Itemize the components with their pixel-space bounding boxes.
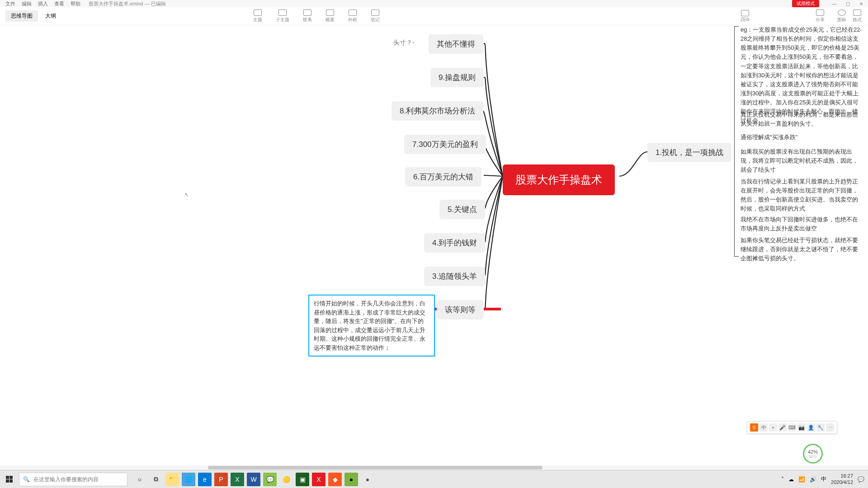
app4-icon[interactable]: ● bbox=[361, 473, 374, 486]
start-button[interactable] bbox=[0, 470, 18, 488]
view-tabs: 思维导图 大纲 bbox=[5, 10, 61, 22]
ime-keyboard-icon[interactable]: ⌨ bbox=[788, 423, 796, 432]
mindmap-canvas[interactable]: 股票大作手操盘术 头寸？- 其他不懂得 9.操盘规则 8.利弗莫尔市场分析法 7… bbox=[0, 25, 868, 466]
node-9[interactable]: 9.操盘规则 bbox=[430, 68, 484, 87]
excel-icon[interactable]: X bbox=[231, 473, 244, 486]
note-2[interactable]: 真正从投机交易中得来的利润，都是来自那些从头开始就一直盈利的头寸。 bbox=[741, 110, 863, 128]
search-icon: 🔍 bbox=[23, 476, 30, 483]
search-input[interactable] bbox=[33, 476, 123, 483]
node-3[interactable]: 3.追随领头羊 bbox=[424, 267, 485, 286]
close-button[interactable]: ✕ bbox=[854, 0, 868, 7]
taskbar-search[interactable]: 🔍 bbox=[19, 473, 127, 486]
ime-toolbar[interactable]: S 中 • 🎤 ⌨ 📷 👤 🔧 ⋯ bbox=[747, 421, 837, 434]
taskview-icon[interactable]: ⧉ bbox=[149, 473, 163, 486]
tb-icons[interactable]: 图标 bbox=[837, 9, 846, 23]
node-5[interactable]: 5.关键点 bbox=[439, 200, 485, 219]
menu-bar: 文件 编辑 插入 查看 帮助 bbox=[0, 0, 80, 7]
node-other[interactable]: 其他不懂得 bbox=[429, 34, 483, 54]
menu-view[interactable]: 查看 bbox=[54, 0, 64, 7]
gauge-temp: 32°C bbox=[809, 455, 817, 459]
ime-punct-icon[interactable]: • bbox=[769, 423, 777, 432]
menu-edit[interactable]: 编辑 bbox=[22, 0, 32, 7]
tab-outline[interactable]: 大纲 bbox=[40, 10, 61, 22]
system-tray: ˄ ☁ 📶 🔊 中 16:27 2020/4/12 💬 bbox=[781, 473, 864, 485]
center-node[interactable]: 股票大作手操盘术 bbox=[503, 164, 615, 195]
titlebar: 文件 编辑 插入 查看 帮助 股票大作手操盘术.xmind — 已编辑 试用模式… bbox=[0, 0, 868, 7]
note-5[interactable]: 当我在行情记录上看到某只股票的上升趋势正在展开时，会先等股价出现正常的向下回撤，… bbox=[741, 177, 863, 214]
note-4[interactable]: 如果我买的股票没有出现自己预期的表现出现，我将立即可以断定时机还不成熟，因此，就… bbox=[741, 147, 863, 174]
node-7[interactable]: 7.300万美元的盈利 bbox=[404, 135, 486, 154]
taskbar-clock[interactable]: 16:27 2020/4/12 bbox=[831, 473, 853, 485]
tb-relation[interactable]: 联系 bbox=[303, 9, 312, 23]
note-3[interactable]: 通俗理解成"买涨杀跌" bbox=[741, 133, 863, 142]
node-1-speculation[interactable]: 1.投机，是一项挑战 bbox=[647, 143, 731, 162]
node-4[interactable]: 4.到手的钱财 bbox=[424, 233, 485, 253]
tray-net-icon[interactable]: 📶 bbox=[798, 476, 805, 483]
tb-share[interactable]: 分享 bbox=[816, 9, 825, 23]
note-7[interactable]: 如果你头笔交易已经处于亏损状态，就绝不要继续跟进，否则你就是太之谜不悟了，绝不要… bbox=[741, 236, 863, 263]
menu-file[interactable]: 文件 bbox=[5, 0, 15, 7]
tb-zen[interactable]: ZEN bbox=[741, 10, 750, 22]
wechat-icon[interactable]: 💬 bbox=[263, 473, 277, 486]
edge-icon[interactable]: e bbox=[198, 473, 212, 486]
menu-help[interactable]: 帮助 bbox=[71, 0, 80, 7]
toolbar: 思维导图 大纲 主题 子主题 联系 概要 外框 笔记 ZEN 分享 图标 格式 bbox=[0, 7, 868, 25]
bracket-right bbox=[734, 26, 739, 257]
tb-note[interactable]: 笔记 bbox=[371, 9, 380, 23]
note-6[interactable]: 我绝不在市场向下回撤时买进做多，也绝不在市场再度向上反扑是卖出做空 bbox=[741, 215, 863, 233]
xmind-icon[interactable]: X bbox=[312, 473, 326, 486]
editing-textarea[interactable]: 行情开始的时候，开头几天你会注意到，白昼价格的逐渐上涨，形成了非常巨大的成交量，… bbox=[308, 295, 435, 357]
tray-ime-icon[interactable]: 中 bbox=[821, 475, 826, 483]
horizontal-scrollbar[interactable] bbox=[0, 465, 868, 470]
cursor-icon: ↖ bbox=[184, 192, 189, 198]
maximize-button[interactable]: ▢ bbox=[841, 0, 854, 7]
app3-icon[interactable]: ● bbox=[344, 473, 358, 486]
ime-user-icon[interactable]: 👤 bbox=[807, 423, 815, 432]
ime-skin-icon[interactable]: 📷 bbox=[797, 423, 806, 432]
tray-cloud-icon[interactable]: ☁ bbox=[788, 476, 794, 483]
task-icons: ○ ⧉ 📁 🌐 e P X W 💬 🟡 ▣ X ◆ ● ● bbox=[133, 473, 374, 486]
ime-toolbox-icon[interactable]: 🔧 bbox=[816, 423, 825, 432]
app2-icon[interactable]: ◆ bbox=[328, 473, 342, 486]
toolbar-center: 主题 子主题 联系 概要 外框 笔记 bbox=[253, 9, 380, 23]
node-annot-0: 头寸？- bbox=[393, 39, 415, 47]
app1-icon[interactable]: ▣ bbox=[296, 473, 309, 486]
performance-gauge[interactable]: 42% 32°C bbox=[803, 444, 823, 464]
tb-boundary[interactable]: 外框 bbox=[348, 9, 357, 23]
taskbar: 🔍 ○ ⧉ 📁 🌐 e P X W 💬 🟡 ▣ X ◆ ● ● ˄ ☁ 📶 🔊 … bbox=[0, 470, 868, 488]
gauge-pct: 42% bbox=[808, 449, 818, 455]
tb-summary[interactable]: 概要 bbox=[326, 9, 335, 23]
windows-logo-icon bbox=[6, 476, 13, 483]
ime-mic-icon[interactable]: 🎤 bbox=[778, 423, 787, 432]
ime-logo-icon[interactable]: S bbox=[750, 423, 758, 432]
scroll-thumb[interactable] bbox=[208, 466, 542, 469]
tb-subtopic[interactable]: 子主题 bbox=[276, 9, 289, 23]
node-6[interactable]: 6.百万美元的大错 bbox=[405, 167, 481, 187]
node-8[interactable]: 8.利弗莫尔市场分析法 bbox=[392, 101, 483, 121]
tab-mindmap[interactable]: 思维导图 bbox=[5, 10, 38, 22]
chrome-icon[interactable]: 🟡 bbox=[279, 473, 293, 486]
explorer-icon[interactable]: 📁 bbox=[165, 473, 179, 486]
tb-format[interactable]: 格式 bbox=[853, 9, 862, 23]
document-title: 股票大作手操盘术.xmind — 已编辑 bbox=[89, 0, 166, 7]
node-wait[interactable]: 该等则等 bbox=[437, 300, 484, 319]
trial-badge[interactable]: 试用模式 bbox=[792, 0, 819, 7]
powerpoint-icon[interactable]: P bbox=[214, 473, 228, 486]
tray-vol-icon[interactable]: 🔊 bbox=[810, 476, 816, 483]
tb-topic[interactable]: 主题 bbox=[253, 9, 262, 23]
word-icon[interactable]: W bbox=[247, 473, 260, 486]
cortana-icon[interactable]: ○ bbox=[133, 473, 146, 486]
tray-up-icon[interactable]: ˄ bbox=[781, 476, 784, 483]
browser-icon[interactable]: 🌐 bbox=[182, 473, 195, 486]
tray-notif-icon[interactable]: 💬 bbox=[858, 476, 864, 483]
minimize-button[interactable]: — bbox=[827, 0, 841, 7]
ime-lang-icon[interactable]: 中 bbox=[760, 423, 768, 432]
ime-menu-icon[interactable]: ⋯ bbox=[826, 423, 834, 432]
menu-insert[interactable]: 插入 bbox=[38, 0, 48, 7]
